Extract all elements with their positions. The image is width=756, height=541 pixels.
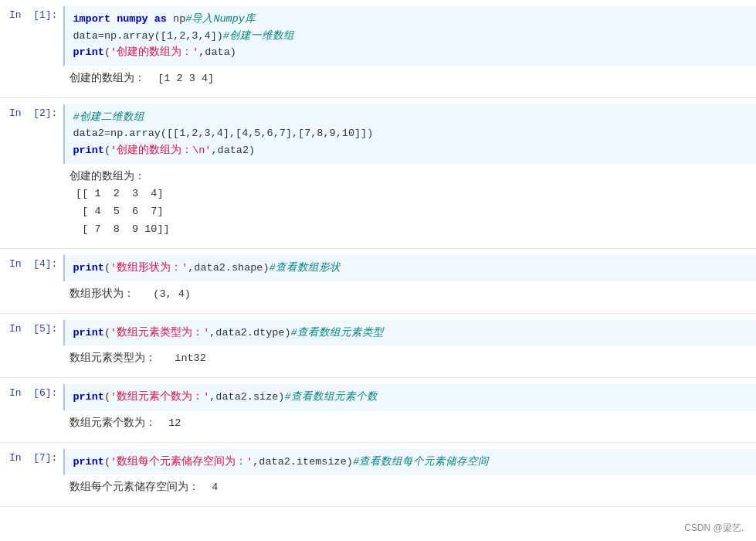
cell-2-row: In [2]: #创建二维数组data2=np.array([[1,2,3,4]… — [0, 104, 756, 164]
cell-6: In [6]: print('数组元素个数为：',data2.size)#查看数… — [0, 378, 756, 443]
footer-label: CSDN @梁艺. — [684, 522, 744, 535]
cell-2-output: 创建的数组为： [[ 1 2 3 4] [ 4 5 6 7] [ 7 8 9 1… — [62, 164, 756, 243]
cell-5-label: In [5]: — [0, 320, 63, 335]
cell-7-input[interactable]: print('数组每个元素储存空间为：',data2.itemsize)#查看数… — [63, 449, 756, 475]
cell-6-input[interactable]: print('数组元素个数为：',data2.size)#查看数组元素个数 — [63, 384, 756, 410]
cell-1-row: In [1]: import numpy as np#导入Numpy库data=… — [0, 6, 756, 66]
cell-1-output: 创建的数组为： [1 2 3 4] — [62, 66, 756, 91]
cell-1-label: In [1]: — [0, 6, 63, 21]
cell-4-row: In [4]: print('数组形状为：',data2.shape)#查看数组… — [0, 255, 756, 281]
cell-4-output: 数组形状为： (3, 4) — [62, 281, 756, 307]
cell-4-label: In [4]: — [0, 255, 63, 270]
cell-6-code: print('数组元素个数为：',data2.size)#查看数组元素个数 — [73, 391, 377, 403]
cell-5-code: print('数组元素类型为：',data2.dtype)#查看数组元素类型 — [73, 327, 383, 339]
cell-1: In [1]: import numpy as np#导入Numpy库data=… — [0, 0, 756, 98]
notebook: In [1]: import numpy as np#导入Numpy库data=… — [0, 0, 756, 541]
cell-5-row: In [5]: print('数组元素类型为：',data2.dtype)#查看… — [0, 320, 756, 346]
cell-2-label: In [2]: — [0, 104, 63, 119]
cell-5-input[interactable]: print('数组元素类型为：',data2.dtype)#查看数组元素类型 — [63, 320, 756, 346]
cell-7-label: In [7]: — [0, 449, 63, 464]
cell-6-row: In [6]: print('数组元素个数为：',data2.size)#查看数… — [0, 384, 756, 410]
cell-4-input[interactable]: print('数组形状为：',data2.shape)#查看数组形状 — [63, 255, 756, 281]
cell-1-code: import numpy as np#导入Numpy库data=np.array… — [73, 13, 294, 58]
cell-6-output: 数组元素个数为： 12 — [62, 410, 756, 436]
cell-7-output: 数组每个元素储存空间为： 4 — [62, 475, 756, 500]
cell-6-label: In [6]: — [0, 384, 63, 399]
cell-4-code: print('数组形状为：',data2.shape)#查看数组形状 — [73, 262, 340, 274]
cell-2-code: #创建二维数组data2=np.array([[1,2,3,4],[4,5,6,… — [73, 111, 373, 156]
cell-7-code: print('数组每个元素储存空间为：',data2.itemsize)#查看数… — [73, 456, 489, 468]
cell-2: In [2]: #创建二维数组data2=np.array([[1,2,3,4]… — [0, 98, 756, 250]
cell-5-output: 数组元素类型为： int32 — [62, 345, 756, 371]
cell-2-input[interactable]: #创建二维数组data2=np.array([[1,2,3,4],[4,5,6,… — [63, 104, 756, 164]
cell-5: In [5]: print('数组元素类型为：',data2.dtype)#查看… — [0, 314, 756, 379]
cell-7-row: In [7]: print('数组每个元素储存空间为：',data2.items… — [0, 449, 756, 475]
cell-7: In [7]: print('数组每个元素储存空间为：',data2.items… — [0, 443, 756, 508]
cell-4: In [4]: print('数组形状为：',data2.shape)#查看数组… — [0, 249, 756, 314]
cell-1-input[interactable]: import numpy as np#导入Numpy库data=np.array… — [63, 6, 756, 66]
